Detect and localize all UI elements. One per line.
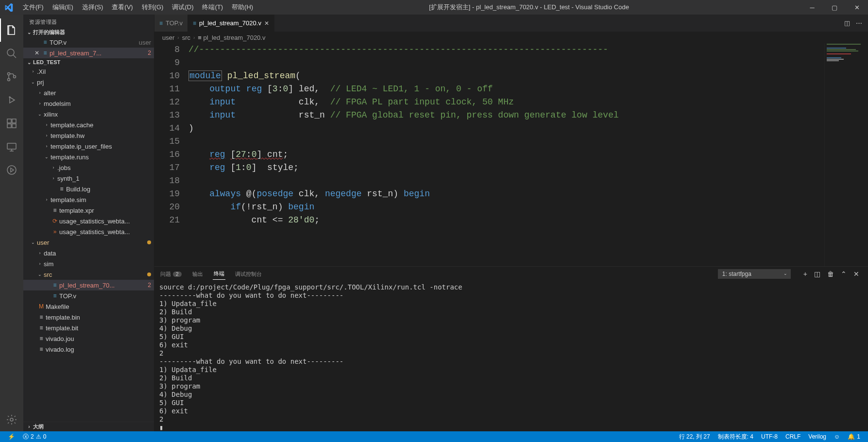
more-actions-icon[interactable]: ⋯ xyxy=(856,19,862,27)
svg-point-2 xyxy=(8,79,10,81)
tree-item[interactable]: ≡template.bit xyxy=(23,323,154,333)
tree-label: alter xyxy=(44,89,151,97)
tree-item[interactable]: ›template.hw xyxy=(23,130,154,141)
menu-item[interactable]: 调试(D) xyxy=(168,1,197,14)
panel-tab[interactable]: 输出 xyxy=(191,268,204,280)
tree-item[interactable]: ≡Build.log xyxy=(23,184,154,194)
chevron-icon: › xyxy=(43,197,51,202)
tree-item[interactable]: ≡template.bin xyxy=(23,312,154,323)
tree-item[interactable]: ›modelsim xyxy=(23,98,154,109)
feedback-icon[interactable]: ☺ xyxy=(830,433,844,440)
new-terminal-icon[interactable]: + xyxy=(803,270,807,278)
tree-item[interactable]: MMakefile xyxy=(23,301,154,312)
tree-item[interactable]: ≡vivado.log xyxy=(23,344,154,355)
settings-gear-icon[interactable] xyxy=(0,408,23,431)
file-icon: ≡ xyxy=(51,207,59,214)
tree-item[interactable]: ≡vivado.jou xyxy=(23,333,154,344)
activity-bar xyxy=(0,15,23,431)
extensions-icon[interactable] xyxy=(0,112,23,135)
debug-icon[interactable] xyxy=(0,88,23,112)
source-control-icon[interactable] xyxy=(0,65,23,88)
tree-item[interactable]: ⌄user xyxy=(23,237,154,248)
tree-item[interactable]: ›data xyxy=(23,248,154,258)
notifications[interactable]: 🔔 1 xyxy=(844,433,864,440)
maximize-button[interactable]: ▢ xyxy=(823,0,846,15)
close-panel-icon[interactable]: ✕ xyxy=(853,270,859,278)
minimap[interactable] xyxy=(824,43,868,266)
tree-label: src xyxy=(44,271,145,278)
tree-item[interactable]: ⌄xilinx xyxy=(23,109,154,119)
tree-item[interactable]: »usage_statistics_webta... xyxy=(23,226,154,237)
editor-tab[interactable]: ≡TOP.v xyxy=(154,15,188,32)
tree-item[interactable]: ›.Xil xyxy=(23,66,154,77)
minimize-button[interactable]: ─ xyxy=(801,0,823,15)
tree-label: user xyxy=(37,239,145,246)
status-bar: ⚡ ⓧ 2 ⚠ 0 行 22, 列 27 制表符长度: 4 UTF-8 CRLF… xyxy=(0,431,868,442)
editor-tab[interactable]: ≡pl_led_stream_7020.v✕ xyxy=(188,15,274,32)
open-editor-item[interactable]: ✕≡pl_led_stream_7...2 xyxy=(23,48,154,58)
remote-icon[interactable] xyxy=(0,135,23,158)
menu-item[interactable]: 选择(S) xyxy=(78,1,107,14)
tree-item[interactable]: ›template.sim xyxy=(23,194,154,205)
breadcrumb-item[interactable]: user xyxy=(162,34,174,41)
menu-item[interactable]: 查看(V) xyxy=(108,1,136,14)
tree-item[interactable]: ≡pl_led_stream_70...2 xyxy=(23,280,154,290)
menu-item[interactable]: 帮助(H) xyxy=(228,1,257,14)
breadcrumbs[interactable]: user›src›≡ pl_led_stream_7020.v xyxy=(154,32,868,43)
code-editor[interactable]: 89101112131415161718192021 //-----------… xyxy=(154,43,868,266)
svg-rect-6 xyxy=(7,124,11,128)
panel-tab[interactable]: 问题2 xyxy=(159,268,183,280)
menu-item[interactable]: 编辑(E) xyxy=(49,1,77,14)
menu-item[interactable]: 文件(F) xyxy=(19,1,48,14)
tree-item[interactable]: ⌄src xyxy=(23,269,154,280)
eol[interactable]: CRLF xyxy=(782,433,804,440)
outline-header[interactable]: ›大纲 xyxy=(23,422,154,431)
project-header[interactable]: ⌄LED_TEST xyxy=(23,58,154,66)
tree-item[interactable]: ⌄template.runs xyxy=(23,152,154,162)
tree-item[interactable]: ›alter xyxy=(23,87,154,98)
remote-status[interactable]: ⚡ xyxy=(4,433,19,440)
close-icon[interactable]: ✕ xyxy=(264,20,269,27)
search-icon[interactable] xyxy=(0,42,23,65)
svg-rect-5 xyxy=(7,119,11,123)
terminal-output[interactable]: source d:/project/Code/Plug/fpga_support… xyxy=(154,281,868,431)
split-terminal-icon[interactable]: ◫ xyxy=(814,270,820,278)
breadcrumb-item[interactable]: ≡ pl_led_stream_7020.v xyxy=(198,34,265,41)
tree-label: template.cache xyxy=(51,121,151,129)
encoding[interactable]: UTF-8 xyxy=(757,433,782,440)
line-gutter: 89101112131415161718192021 xyxy=(154,43,188,266)
chevron-icon: › xyxy=(43,133,51,138)
tree-label: Build.log xyxy=(66,186,151,193)
tree-item[interactable]: ≡TOP.v xyxy=(23,290,154,301)
play-icon[interactable] xyxy=(0,158,23,182)
open-editors-header[interactable]: ⌄打开的编辑器 xyxy=(23,28,154,37)
kill-terminal-icon[interactable]: 🗑 xyxy=(827,270,834,278)
close-icon[interactable]: ✕ xyxy=(33,50,41,56)
breadcrumb-item[interactable]: src xyxy=(182,34,190,41)
problems-badge: 2 xyxy=(148,282,151,289)
split-editor-icon[interactable]: ◫ xyxy=(844,19,850,27)
tree-item[interactable]: ›.jobs xyxy=(23,162,154,173)
tab-size[interactable]: 制表符长度: 4 xyxy=(714,433,757,441)
tree-item[interactable]: ›synth_1 xyxy=(23,173,154,184)
terminal-select[interactable]: 1: startfpga ⌄ xyxy=(718,269,791,279)
maximize-panel-icon[interactable]: ⌃ xyxy=(841,270,847,278)
tree-item[interactable]: ⟳usage_statistics_webta... xyxy=(23,216,154,226)
tree-item[interactable]: ›sim xyxy=(23,258,154,269)
code-content[interactable]: //--------------------------------------… xyxy=(188,43,868,266)
close-button[interactable]: ✕ xyxy=(846,0,868,15)
menu-item[interactable]: 终端(T) xyxy=(198,1,227,14)
panel-tab[interactable]: 调试控制台 xyxy=(234,268,263,280)
tree-item[interactable]: ⌄prj xyxy=(23,77,154,87)
chevron-icon: › xyxy=(29,69,37,74)
tree-item[interactable]: ›template.cache xyxy=(23,119,154,130)
cursor-position[interactable]: 行 22, 列 27 xyxy=(675,433,714,441)
explorer-icon[interactable] xyxy=(0,18,23,42)
tree-item[interactable]: ≡template.xpr xyxy=(23,205,154,216)
menu-item[interactable]: 转到(G) xyxy=(138,1,168,14)
language-mode[interactable]: Verilog xyxy=(804,433,830,440)
panel-tab[interactable]: 终端 xyxy=(213,268,225,280)
tree-item[interactable]: ›template.ip_user_files xyxy=(23,141,154,152)
open-editor-item[interactable]: ≡TOP.vuser xyxy=(23,37,154,48)
errors-status[interactable]: ⓧ 2 ⚠ 0 xyxy=(19,433,50,441)
